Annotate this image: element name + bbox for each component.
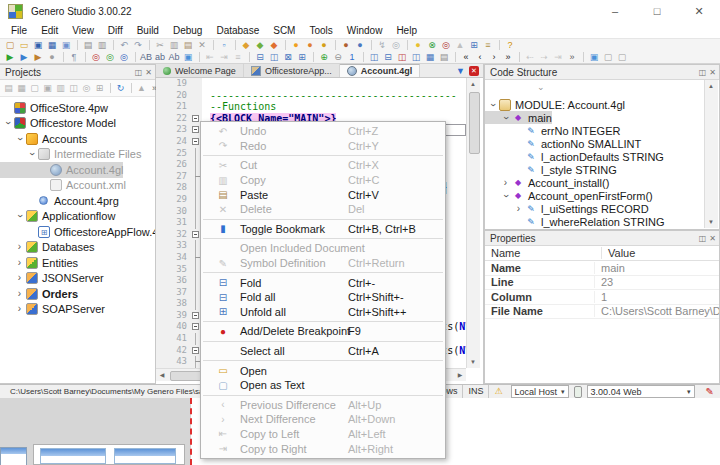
tree-item-soapserver[interactable]: ›SOAPServer [0,302,105,318]
tree-item-officestoreappflow-4ba[interactable]: ⊞OfficestoreAppFlow.4ba [0,224,155,240]
scroll-right-icon[interactable]: ▶ [454,369,466,381]
editor-line-19[interactable]: 19 [156,78,466,90]
uppercase-icon[interactable]: AB [139,52,153,63]
chevron-icon[interactable]: › [14,289,25,299]
find-usages-icon[interactable]: ◎ [439,40,453,51]
select-zone-icon[interactable]: ▫ [217,40,231,51]
chevron-icon[interactable]: › [3,118,13,129]
dock-icon[interactable]: ◫ [699,234,707,243]
tree-item-l-style-string[interactable]: ✎l_style STRING [485,163,617,176]
editor-window-icon[interactable]: ▣ [587,52,601,63]
window-cascade-icon[interactable]: ▦ [423,52,437,63]
tree-item-officestore-4pw[interactable]: OfficeStore.4pw [0,100,108,116]
chevron-icon[interactable]: › [500,178,511,188]
add-view-icon[interactable]: ⊕ [317,52,331,63]
fold-marker-icon[interactable] [192,312,199,319]
menu-item-unfold-all[interactable]: ⊞Unfold allCtrl+Shift++ [201,305,445,320]
merge-end-icon[interactable]: ⇥ [551,52,565,63]
build-icon[interactable]: ● [289,40,303,51]
menu-item-debug[interactable]: Debug [166,25,209,36]
close-split-icon[interactable]: ⊠ [281,52,295,63]
menu-item-paste[interactable]: ▤PasteCtrl+V [201,187,445,202]
close-document-button[interactable]: ✕ [469,66,479,76]
maximize-button[interactable]: □ [636,0,678,22]
fold-marker-icon[interactable] [192,323,199,330]
minimize-button[interactable]: – [594,0,636,22]
run-icon[interactable]: ▶ [3,52,17,63]
tab-officestoreapp[interactable]: OfficestoreApp... [244,64,340,77]
new-file-icon[interactable]: ▢ [3,40,17,51]
grid-split-icon[interactable]: ⊞ [295,52,309,63]
tree-item-account-4prg[interactable]: Account.4prg [0,193,119,209]
project-view-icon[interactable]: ▦ [15,83,28,94]
warning-icon[interactable]: ⚠ [488,385,507,398]
chevron-icon[interactable]: › [15,211,25,222]
chevron-icon[interactable]: › [27,149,37,160]
menu-item-open-as-text[interactable]: ▢Open as Text [201,378,445,393]
tools-icon[interactable]: ≡ [481,40,495,51]
toolbar-overflow-icon[interactable]: » [565,52,579,63]
nav-last-icon[interactable]: » [501,52,515,63]
fold-marker-icon[interactable] [192,115,199,122]
chevron-icon[interactable]: › [15,133,25,144]
tree-item-actionno-smallint[interactable]: ✎actionNo SMALLINT [485,137,641,150]
tab-welcome-page[interactable]: Welcome Page [156,64,244,77]
format-icon[interactable]: ≡ [231,52,245,63]
attach-icon[interactable]: ● [353,40,367,51]
split-horizontal-icon[interactable]: ⊟ [253,52,267,63]
zoom-out-icon[interactable]: ◎ [89,52,103,63]
save-all-icon[interactable]: ▦ [45,40,59,51]
merge-left-icon[interactable]: ⇠ [523,52,537,63]
chevron-icon[interactable]: › [14,273,25,283]
remove-view-icon[interactable]: ⊖ [331,52,345,63]
lowercase-icon[interactable]: ab [153,52,167,63]
property-row-column[interactable]: Column1 [485,290,719,305]
close-panel-icon[interactable]: ✕ [145,68,152,77]
step-number-icon[interactable]: 1 [345,52,359,63]
link-icon[interactable]: ↯ [375,40,389,51]
generate-record-icon[interactable]: ◆ [253,40,267,51]
project-deploy-icon[interactable]: ▲ [135,83,148,94]
window-close-icon[interactable]: ◫ [395,52,409,63]
tree-item-l-actiondefaults-string[interactable]: ✎l_actionDefaults STRING [485,150,664,163]
menu-item-select-all[interactable]: Select allCtrl+A [201,344,445,359]
menu-item-tools[interactable]: Tools [302,25,339,36]
tab-account-4gl[interactable]: Account.4gl [340,64,421,77]
tree-item-accounts[interactable]: ›Accounts [0,131,87,147]
merge-right-icon[interactable]: ⇢ [537,52,551,63]
capitalize-icon[interactable]: Ab [167,52,181,63]
menu-item-help[interactable]: Help [389,25,424,36]
window-list-icon[interactable]: ▤ [437,52,451,63]
scroll-down-icon[interactable]: ▼ [705,216,717,228]
menu-item-toggle-bookmark[interactable]: ▮Toggle BookmarkCtrl+B, Ctrl+B [201,222,445,237]
project-config-icon[interactable]: ⊞ [93,83,106,94]
doc-window-icon[interactable]: ▢ [601,52,615,63]
print-icon[interactable]: ▤ [81,40,95,51]
close-button[interactable]: ✕ [678,0,720,22]
tree-item-account-openfirstform[interactable]: ›◆Account_openFirstForm() [485,189,653,202]
run-profile-icon[interactable]: ▶ [31,52,45,63]
tree-item-main[interactable]: ›◆main [485,111,552,124]
window-tile-icon[interactable]: ◫ [409,52,423,63]
tree-item-errno-integer[interactable]: ✎errNo INTEGER [485,124,620,137]
tree-item-databases[interactable]: ›Databases [0,240,95,256]
execute-icon[interactable]: ● [339,40,353,51]
clean-icon[interactable]: ● [317,40,331,51]
tree-item-entities[interactable]: ›Entities [0,255,78,271]
project-run-icon[interactable]: ◎ [80,83,93,94]
run-debug-icon[interactable]: ▶ [17,52,31,63]
host-selector[interactable]: Local Host ▾ [511,385,569,398]
stop-icon[interactable]: ● [45,52,59,63]
project-new-group-icon[interactable]: ▢ [28,83,41,94]
project-build-icon[interactable]: ▤ [2,83,15,94]
menu-item-file[interactable]: File [4,25,34,36]
modify-icon[interactable]: ● [411,40,425,51]
project-new-item-icon[interactable]: ▣ [41,83,54,94]
menu-item-diff[interactable]: Diff [101,25,130,36]
build-all-icon[interactable]: ● [303,40,317,51]
tree-item-intermediate-files[interactable]: ›Intermediate Files [0,147,141,163]
paste-icon[interactable]: ▤ [181,40,195,51]
redo-icon[interactable]: ↷ [131,40,145,51]
chevron-icon[interactable]: › [501,112,511,123]
highlight-occurrences-icon[interactable]: ▣ [181,52,195,63]
